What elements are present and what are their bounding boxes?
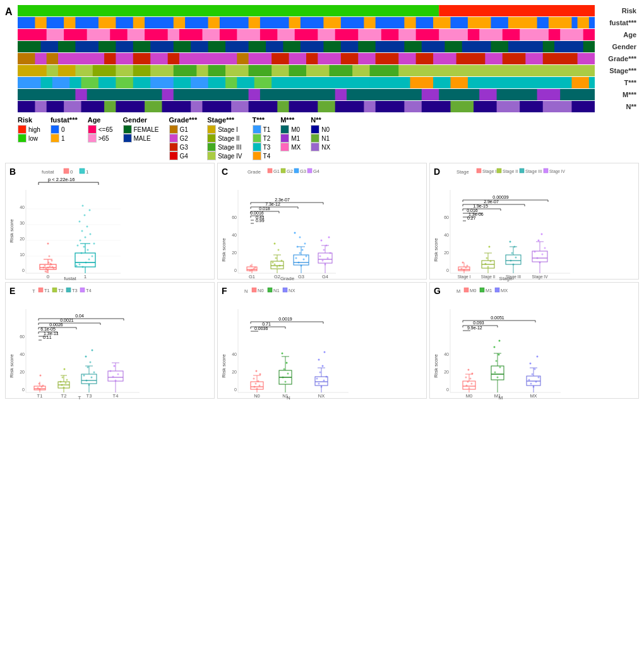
svg-text:0: 0 bbox=[446, 268, 449, 273]
svg-point-255 bbox=[306, 256, 307, 257]
svg-point-345 bbox=[510, 241, 511, 243]
svg-rect-277 bbox=[318, 253, 332, 263]
svg-rect-117 bbox=[497, 101, 520, 112]
svg-point-173 bbox=[80, 240, 81, 242]
svg-rect-121 bbox=[64, 168, 69, 174]
legend-label-0: 0 bbox=[61, 126, 65, 133]
legend-color-t3 bbox=[253, 143, 261, 151]
svg-point-506 bbox=[323, 380, 325, 382]
svg-point-444 bbox=[117, 374, 119, 375]
legend-color-stagei bbox=[207, 125, 216, 134]
legend-color-g2 bbox=[169, 134, 178, 143]
svg-text:0.0021: 0.0021 bbox=[60, 318, 74, 322]
legend-color-stageiii bbox=[207, 143, 216, 151]
svg-point-156 bbox=[47, 243, 49, 245]
svg-rect-76 bbox=[416, 65, 439, 76]
svg-rect-111 bbox=[231, 101, 248, 112]
svg-rect-8 bbox=[208, 17, 220, 28]
heatmap-svg-t bbox=[18, 77, 595, 88]
svg-text:0.00039: 0.00039 bbox=[492, 195, 508, 199]
svg-rect-346 bbox=[506, 255, 521, 264]
svg-rect-194 bbox=[281, 168, 285, 173]
svg-point-558 bbox=[497, 377, 499, 379]
legend-n-title: N** bbox=[311, 116, 330, 124]
svg-point-240 bbox=[272, 262, 274, 264]
svg-text:M1: M1 bbox=[486, 288, 492, 293]
svg-point-170 bbox=[83, 246, 85, 248]
heatmap-label-grade: Grade*** bbox=[595, 55, 639, 62]
legend-fustat-title: fustat*** bbox=[51, 116, 78, 124]
legend-age: Age <=65 >65 bbox=[88, 116, 113, 143]
legend-m-title: M*** bbox=[280, 116, 301, 124]
svg-point-270 bbox=[327, 257, 329, 259]
svg-rect-112 bbox=[277, 101, 289, 112]
svg-rect-31 bbox=[479, 29, 503, 40]
svg-text:C: C bbox=[222, 167, 228, 177]
svg-text:0: 0 bbox=[234, 268, 237, 273]
svg-point-166 bbox=[76, 265, 78, 267]
svg-rect-118 bbox=[543, 101, 572, 112]
svg-rect-47 bbox=[508, 41, 543, 52]
svg-point-231 bbox=[250, 265, 252, 267]
svg-rect-86 bbox=[191, 77, 208, 88]
svg-point-322 bbox=[467, 265, 468, 267]
svg-point-343 bbox=[511, 252, 513, 254]
legend-gender: Gender FEMALE MALE bbox=[123, 116, 159, 143]
legend-n-n1: N1 bbox=[311, 134, 330, 143]
svg-point-418 bbox=[66, 379, 68, 381]
svg-point-333 bbox=[489, 246, 491, 248]
legend-label-m0: M0 bbox=[291, 126, 300, 133]
svg-point-430 bbox=[83, 375, 85, 377]
svg-text:MX: MX bbox=[501, 288, 508, 293]
svg-text:G: G bbox=[434, 286, 441, 296]
svg-point-563 bbox=[494, 346, 496, 348]
legend-t-t2: T2 bbox=[253, 134, 271, 143]
svg-rect-60 bbox=[376, 53, 399, 64]
legend-n-nx: NX bbox=[311, 143, 330, 151]
svg-rect-35 bbox=[41, 41, 58, 52]
svg-rect-24 bbox=[202, 29, 219, 40]
legend-label-stageiv: Stage IV bbox=[218, 153, 242, 160]
svg-point-507 bbox=[316, 378, 318, 380]
svg-text:G2: G2 bbox=[274, 274, 280, 280]
heatmap-row-stage: Stage*** bbox=[18, 65, 639, 76]
legend-t-t3: T3 bbox=[253, 143, 271, 151]
legend-t: T*** T1 T2 T3 T4 bbox=[253, 116, 271, 160]
svg-rect-79 bbox=[549, 65, 583, 76]
svg-rect-96 bbox=[571, 77, 588, 88]
svg-text:N0: N0 bbox=[254, 393, 260, 399]
svg-rect-63 bbox=[503, 53, 526, 64]
svg-rect-100 bbox=[249, 89, 260, 100]
svg-point-177 bbox=[86, 226, 88, 228]
svg-point-271 bbox=[319, 256, 321, 257]
svg-point-153 bbox=[49, 256, 51, 257]
svg-text:40: 40 bbox=[444, 352, 449, 356]
svg-rect-90 bbox=[330, 77, 353, 88]
svg-point-357 bbox=[538, 240, 540, 242]
svg-text:p < 2.22e-16: p < 2.22e-16 bbox=[48, 177, 75, 182]
svg-point-546 bbox=[471, 383, 473, 385]
legend-color-mx bbox=[280, 143, 289, 151]
svg-text:2.9e-07: 2.9e-07 bbox=[484, 199, 499, 204]
heatmap-svg-age bbox=[18, 29, 595, 40]
svg-text:Risk score: Risk score bbox=[9, 219, 15, 243]
svg-point-172 bbox=[93, 243, 95, 245]
heatmap-row-n: N** bbox=[18, 101, 639, 112]
svg-point-237 bbox=[277, 266, 278, 268]
plots-row-2: E T T1 T2 T3 T4 0.04 bbox=[5, 282, 639, 399]
svg-text:B: B bbox=[9, 167, 16, 177]
svg-text:60: 60 bbox=[232, 215, 237, 220]
svg-text:60: 60 bbox=[20, 334, 25, 339]
legend-color-t2 bbox=[253, 134, 261, 143]
svg-rect-10 bbox=[289, 17, 301, 28]
svg-point-574 bbox=[528, 379, 530, 381]
svg-text:T1: T1 bbox=[37, 393, 43, 399]
heatmap-svg-fustat bbox=[18, 17, 595, 28]
svg-text:0.0036: 0.0036 bbox=[254, 326, 268, 331]
legend-fustat-0: 0 bbox=[51, 125, 78, 134]
heatmap-label-gender: Gender bbox=[595, 43, 639, 50]
svg-text:0: 0 bbox=[234, 387, 237, 392]
svg-rect-286 bbox=[477, 168, 481, 173]
svg-rect-53 bbox=[133, 53, 150, 64]
legend-grade: Grade*** G1 G2 G3 G4 bbox=[169, 116, 198, 160]
